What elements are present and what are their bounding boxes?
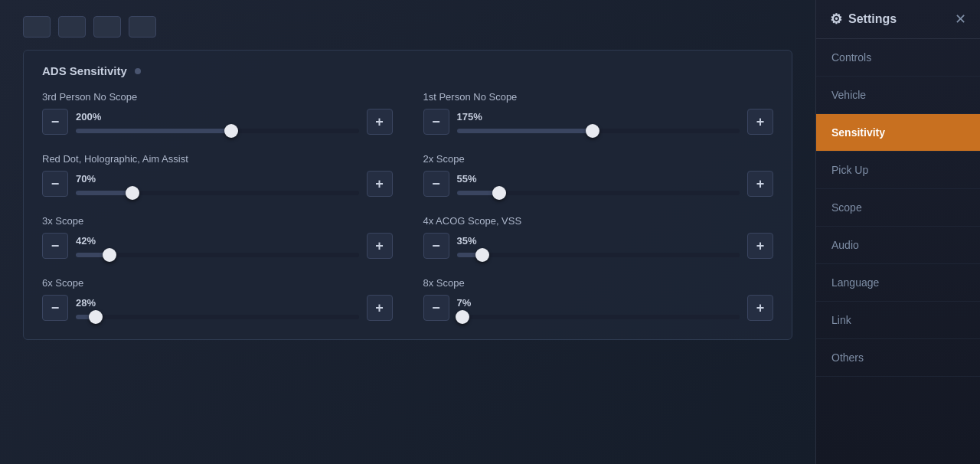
slider-track-4x-acog[interactable] [457, 253, 740, 257]
slider-group-4x-acog: 4x ACOG Scope, VSS−35%+ [423, 215, 774, 259]
slider-group-red-dot: Red Dot, Holographic, Aim Assist−70%+ [42, 153, 393, 197]
plus-button-6x-scope[interactable]: + [367, 295, 393, 321]
slider-group-3x-scope: 3x Scope−42%+ [42, 215, 393, 259]
nav-item-vehicle[interactable]: Vehicle [816, 77, 980, 114]
slider-fill-third-person-no-scope [76, 129, 231, 133]
slider-thumb-4x-acog[interactable] [475, 248, 489, 262]
slider-group-2x-scope: 2x Scope−55%+ [423, 153, 774, 197]
slider-thumb-first-person-no-scope[interactable] [586, 124, 599, 138]
slider-value-4x-acog: 35% [457, 235, 740, 247]
slider-value-third-person-no-scope: 200% [76, 111, 359, 123]
slider-thumb-6x-scope[interactable] [89, 310, 103, 324]
plus-button-red-dot[interactable]: + [367, 171, 393, 197]
slider-container-first-person-no-scope: 175% [457, 111, 740, 133]
slider-row-red-dot: −70%+ [42, 171, 393, 197]
gear-icon: ⚙ [830, 11, 842, 28]
slider-thumb-red-dot[interactable] [126, 186, 139, 200]
slider-value-first-person-no-scope: 175% [457, 111, 740, 123]
nav-item-link[interactable]: Link [816, 302, 980, 339]
plus-button-first-person-no-scope[interactable]: + [747, 109, 773, 135]
slider-fill-red-dot [76, 191, 132, 195]
slider-thumb-8x-scope[interactable] [456, 310, 469, 324]
nav-item-audio[interactable]: Audio [816, 227, 980, 264]
slider-label-4x-acog: 4x ACOG Scope, VSS [423, 215, 774, 227]
slider-track-red-dot[interactable] [76, 191, 359, 195]
top-btn-1[interactable] [23, 16, 51, 38]
slider-container-4x-acog: 35% [457, 235, 740, 257]
slider-label-8x-scope: 8x Scope [423, 277, 774, 289]
slider-row-3x-scope: −42%+ [42, 233, 393, 259]
slider-row-8x-scope: −7%+ [423, 295, 774, 321]
slider-container-3x-scope: 42% [76, 235, 359, 257]
nav-item-language[interactable]: Language [816, 264, 980, 302]
minus-button-4x-acog[interactable]: − [423, 233, 449, 259]
slider-label-3x-scope: 3x Scope [42, 215, 393, 227]
minus-button-2x-scope[interactable]: − [423, 171, 449, 197]
plus-button-8x-scope[interactable]: + [747, 295, 773, 321]
sidebar-title-container: ⚙ Settings [830, 11, 897, 28]
sidebar: ⚙ Settings ✕ ControlsVehicleSensitivityP… [815, 0, 980, 464]
slider-value-8x-scope: 7% [457, 297, 740, 309]
slider-row-2x-scope: −55%+ [423, 171, 774, 197]
minus-button-3x-scope[interactable]: − [42, 233, 68, 259]
nav-item-controls[interactable]: Controls [816, 39, 980, 77]
slider-row-third-person-no-scope: −200%+ [42, 109, 393, 135]
slider-thumb-3x-scope[interactable] [103, 248, 116, 262]
slider-thumb-third-person-no-scope[interactable] [224, 124, 238, 138]
slider-track-2x-scope[interactable] [457, 191, 740, 195]
slider-label-third-person-no-scope: 3rd Person No Scope [42, 91, 393, 103]
slider-row-6x-scope: −28%+ [42, 295, 393, 321]
slider-track-3x-scope[interactable] [76, 253, 359, 257]
slider-label-2x-scope: 2x Scope [423, 153, 774, 165]
slider-container-third-person-no-scope: 200% [76, 111, 359, 133]
slider-row-first-person-no-scope: −175%+ [423, 109, 774, 135]
slider-thumb-2x-scope[interactable] [492, 186, 506, 200]
slider-track-first-person-no-scope[interactable] [457, 129, 740, 133]
top-bar [23, 15, 792, 38]
slider-value-6x-scope: 28% [76, 297, 359, 309]
sidebar-nav: ControlsVehicleSensitivityPick UpScopeAu… [816, 39, 980, 464]
minus-button-third-person-no-scope[interactable]: − [42, 109, 68, 135]
slider-track-6x-scope[interactable] [76, 315, 359, 319]
settings-title: Settings [848, 12, 897, 26]
plus-button-2x-scope[interactable]: + [747, 171, 773, 197]
ads-section: ADS Sensitivity 3rd Person No Scope−200%… [23, 50, 792, 340]
slider-container-8x-scope: 7% [457, 297, 740, 319]
sidebar-header: ⚙ Settings ✕ [816, 0, 980, 39]
slider-group-6x-scope: 6x Scope−28%+ [42, 277, 393, 321]
slider-track-third-person-no-scope[interactable] [76, 129, 359, 133]
nav-item-pickup[interactable]: Pick Up [816, 152, 980, 189]
slider-label-6x-scope: 6x Scope [42, 277, 393, 289]
plus-button-4x-acog[interactable]: + [747, 233, 773, 259]
main-content: ADS Sensitivity 3rd Person No Scope−200%… [0, 0, 815, 464]
slider-container-6x-scope: 28% [76, 297, 359, 319]
slider-group-third-person-no-scope: 3rd Person No Scope−200%+ [42, 91, 393, 135]
minus-button-first-person-no-scope[interactable]: − [423, 109, 449, 135]
nav-item-sensitivity[interactable]: Sensitivity [816, 114, 980, 152]
slider-value-2x-scope: 55% [457, 173, 740, 185]
slider-value-3x-scope: 42% [76, 235, 359, 247]
slider-label-red-dot: Red Dot, Holographic, Aim Assist [42, 153, 393, 165]
section-title: ADS Sensitivity [42, 64, 773, 77]
slider-container-red-dot: 70% [76, 173, 359, 195]
plus-button-3x-scope[interactable]: + [367, 233, 393, 259]
nav-item-others[interactable]: Others [816, 339, 980, 377]
slider-track-8x-scope[interactable] [457, 315, 740, 319]
slider-group-8x-scope: 8x Scope−7%+ [423, 277, 774, 321]
plus-button-third-person-no-scope[interactable]: + [367, 109, 393, 135]
slider-value-red-dot: 70% [76, 173, 359, 185]
close-icon[interactable]: ✕ [955, 11, 966, 28]
sliders-grid: 3rd Person No Scope−200%+1st Person No S… [42, 91, 773, 321]
minus-button-6x-scope[interactable]: − [42, 295, 68, 321]
slider-row-4x-acog: −35%+ [423, 233, 774, 259]
minus-button-red-dot[interactable]: − [42, 171, 68, 197]
slider-container-2x-scope: 55% [457, 173, 740, 195]
top-btn-2[interactable] [58, 16, 86, 38]
minus-button-8x-scope[interactable]: − [423, 295, 449, 321]
nav-item-scope[interactable]: Scope [816, 189, 980, 227]
top-btn-3[interactable] [93, 16, 121, 38]
slider-fill-first-person-no-scope [457, 129, 593, 133]
slider-group-first-person-no-scope: 1st Person No Scope−175%+ [423, 91, 774, 135]
slider-label-first-person-no-scope: 1st Person No Scope [423, 91, 774, 103]
top-btn-4[interactable] [129, 16, 156, 38]
